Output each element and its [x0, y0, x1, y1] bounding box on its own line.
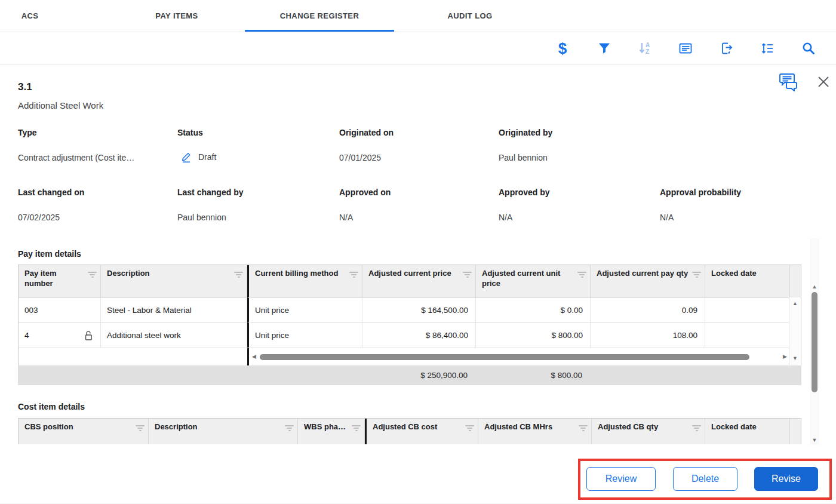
comments-button[interactable]	[778, 72, 800, 92]
col-locked-date[interactable]: Locked date	[705, 419, 790, 444]
col-locked-date[interactable]: Locked date	[705, 265, 790, 297]
col-label: Adjusted current price	[368, 269, 451, 294]
scrollbar-track[interactable]	[259, 354, 780, 361]
adjusted-current-unit-price: $ 0.00	[560, 306, 583, 315]
scroll-left-arrow[interactable]: ◀	[252, 354, 256, 359]
cell-pay-qty: 108.00	[591, 322, 705, 348]
col-adjusted-cb-qty[interactable]: Adjusted CB qty	[592, 419, 705, 444]
panel-scrollbar-thumb[interactable]	[812, 292, 817, 392]
cell-billing: Unit price	[247, 322, 362, 348]
column-filter-icon[interactable]	[349, 272, 358, 294]
pay-item-row-1[interactable]: 003 Steel - Labor & Material Unit price …	[19, 297, 801, 322]
column-filter-icon[interactable]	[579, 425, 588, 444]
col-cbs-position[interactable]: CBS position	[19, 419, 149, 444]
pay-item-row-2[interactable]: 4 Additional steel work Unit price $ 86,…	[19, 322, 801, 348]
pay-item-number: 4	[24, 331, 29, 340]
adjusted-current-pay-qty: 0.09	[682, 306, 697, 315]
pay-item-header-row: Pay item number Description Current bill…	[19, 265, 801, 297]
col-adjusted-current-pay-qty[interactable]: Adjusted current pay qty	[591, 265, 705, 297]
originated-by-value: Paul bennion	[499, 153, 548, 162]
close-panel-button[interactable]	[815, 73, 832, 91]
scroll-right-arrow[interactable]: ▶	[783, 354, 787, 359]
details-view-button[interactable]	[674, 37, 697, 60]
app-window: ACS PAY ITEMS CHANGE REGISTER AUDIT LOG …	[0, 0, 836, 504]
revise-button[interactable]: Revise	[754, 467, 818, 491]
column-filter-icon[interactable]	[352, 425, 361, 444]
col-label: Description	[107, 269, 150, 294]
last-changed-on-value: 07/02/2025	[18, 213, 60, 222]
col-label: Locked date	[711, 269, 757, 294]
col-pay-item-number[interactable]: Pay item number	[19, 265, 101, 297]
billing-method: Unit price	[255, 306, 289, 315]
comments-icon	[779, 73, 799, 91]
scroll-down-arrow[interactable]: ▼	[792, 356, 798, 361]
column-filter-icon[interactable]	[285, 425, 294, 444]
scrollbar-header-spacer	[790, 419, 801, 444]
col-adjusted-current-unit-price[interactable]: Adjusted current unit price	[476, 265, 591, 297]
tab-bar: ACS PAY ITEMS CHANGE REGISTER AUDIT LOG	[0, 0, 836, 32]
unlocked-icon	[84, 330, 93, 341]
last-changed-by-value: Paul bennion	[177, 213, 226, 222]
col-current-billing-method[interactable]: Current billing method	[247, 265, 362, 297]
cell-billing: Unit price	[247, 297, 362, 322]
column-filter-icon[interactable]	[136, 425, 145, 444]
col-label: WBS pha…	[304, 422, 346, 444]
sort-button[interactable]: A Z	[634, 37, 657, 60]
col-label: Adjusted current pay qty	[597, 269, 688, 294]
panel-scroll-down-arrow[interactable]: ▼	[812, 438, 817, 443]
cell-price: $ 86,400.00	[362, 322, 476, 348]
column-filter-icon[interactable]	[463, 272, 472, 294]
delete-button[interactable]: Delete	[673, 467, 737, 491]
cell-pay-qty: 0.09	[591, 297, 705, 322]
status-badge: Draft	[198, 152, 216, 162]
column-filter-icon[interactable]	[692, 425, 701, 444]
panel-vertical-scrollbar[interactable]: ▲ ▼	[810, 238, 819, 445]
column-filter-icon[interactable]	[234, 272, 243, 294]
pay-item-vertical-scrollbar[interactable]: ▲ ▼	[789, 297, 801, 365]
panel-scroll-up-arrow[interactable]: ▲	[812, 284, 817, 290]
originated-on-label: Originated on	[339, 128, 394, 137]
horizontal-scrollbar[interactable]: ◀ ▶	[247, 348, 790, 365]
currency-icon: $	[558, 41, 567, 56]
pay-item-totals-row: $ 250,900.00 $ 800.00	[18, 365, 801, 385]
edit-pencil-icon	[181, 150, 193, 163]
total-adjusted-current-unit-price: $ 800.00	[475, 371, 590, 380]
cell-unit-price: $ 0.00	[476, 297, 591, 322]
col-description[interactable]: Description	[101, 265, 247, 297]
review-button[interactable]: Review	[586, 467, 656, 491]
tab-acs[interactable]: ACS	[11, 0, 50, 32]
col-description[interactable]: Description	[149, 419, 298, 444]
export-button[interactable]	[715, 37, 738, 60]
col-adjusted-cb-mhrs[interactable]: Adjusted CB MHrs	[478, 419, 592, 444]
col-adjusted-current-price[interactable]: Adjusted current price	[362, 265, 476, 297]
tab-pay-items[interactable]: PAY ITEMS	[145, 0, 208, 32]
grid-toolbar: $ A Z	[0, 32, 836, 64]
pay-item-details-title: Pay item details	[18, 249, 81, 259]
tab-audit-log[interactable]: AUDIT LOG	[437, 0, 503, 32]
col-adjusted-cb-cost[interactable]: Adjusted CB cost	[365, 419, 478, 444]
pay-item-scroll-row: ◀ ▶	[19, 348, 801, 365]
col-label: CBS position	[24, 422, 73, 444]
tab-change-register[interactable]: CHANGE REGISTER	[269, 0, 370, 32]
row-height-button[interactable]	[756, 37, 779, 60]
search-button[interactable]	[797, 37, 820, 60]
column-filter-icon[interactable]	[692, 272, 701, 294]
approved-on-label: Approved on	[339, 188, 391, 197]
column-filter-icon[interactable]	[577, 272, 586, 294]
cell-description: Steel - Labor & Material	[101, 297, 247, 322]
column-filter-icon[interactable]	[465, 425, 474, 444]
scroll-up-arrow[interactable]: ▲	[792, 301, 798, 306]
sort-az-icon: A Z	[638, 41, 653, 56]
scrollbar-thumb[interactable]	[260, 354, 749, 360]
currency-toggle-button[interactable]: $	[551, 37, 574, 60]
search-icon	[801, 41, 816, 56]
col-wbs-phase[interactable]: WBS pha…	[298, 419, 365, 444]
billing-method: Unit price	[255, 331, 289, 340]
filter-button[interactable]	[593, 37, 616, 60]
svg-text:A: A	[646, 42, 650, 48]
approval-probability-value: N/A	[660, 213, 674, 222]
column-filter-icon[interactable]	[88, 272, 97, 294]
pay-item-number: 003	[24, 306, 38, 315]
edit-status-button[interactable]	[181, 150, 193, 163]
status-label: Status	[177, 128, 203, 137]
